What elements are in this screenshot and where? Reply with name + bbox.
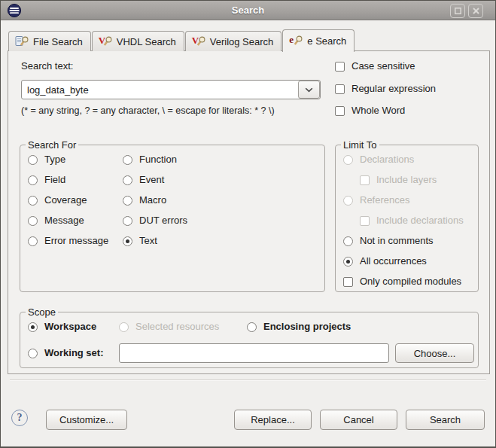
- radio-type[interactable]: Type: [28, 154, 65, 165]
- tab-label: Verilog Search: [210, 36, 274, 47]
- radio-workspace[interactable]: Workspace: [28, 322, 96, 332]
- checkbox-include-declarations: Include declarations: [360, 215, 464, 226]
- maximize-icon: [455, 8, 461, 14]
- tab-verilog-search[interactable]: V Verilog Search: [185, 31, 282, 51]
- checkbox-box: [335, 62, 345, 72]
- radio-circle: [119, 322, 129, 332]
- checkbox-box: [360, 175, 370, 185]
- search-dialog: Search File Search V: [0, 0, 496, 448]
- checkbox-include-layers: Include layers: [360, 175, 437, 185]
- radio-circle: [247, 322, 257, 332]
- window-title: Search: [1, 5, 495, 16]
- tab-file-search[interactable]: File Search: [8, 31, 91, 51]
- case-sensitive-checkbox[interactable]: Case sensitive: [335, 61, 415, 72]
- radio-error-message[interactable]: Error message: [28, 236, 108, 246]
- chevron-down-icon: [305, 87, 313, 93]
- choose-button[interactable]: Choose...: [395, 343, 474, 363]
- radio-macro[interactable]: Macro: [123, 195, 166, 206]
- titlebar[interactable]: Search: [1, 1, 495, 20]
- close-icon: [473, 8, 479, 14]
- combo-dropdown-button[interactable]: [298, 81, 320, 99]
- radio-function[interactable]: Function: [123, 154, 177, 165]
- radio-circle: [123, 155, 132, 165]
- search-for-title: Search For: [26, 139, 78, 151]
- radio-circle: [28, 349, 38, 358]
- regular-expression-checkbox[interactable]: Regular expression: [335, 84, 436, 94]
- radio-declarations: Declarations: [343, 154, 414, 165]
- radio-all-occurrences[interactable]: All occurrences: [343, 256, 427, 267]
- checkbox-box: [335, 84, 345, 94]
- search-text-label: Search text:: [21, 60, 73, 72]
- radio-references: References: [343, 195, 409, 206]
- search-button[interactable]: Search: [406, 410, 485, 430]
- e-search-icon: e: [289, 35, 303, 47]
- radio-circle: [123, 236, 132, 246]
- radio-message[interactable]: Message: [28, 215, 84, 226]
- checkbox-only-compiled-modules[interactable]: Only compiled modules: [343, 276, 461, 287]
- tab-label: File Search: [33, 36, 83, 47]
- search-text-combo: [21, 80, 321, 99]
- e-search-panel: Search text: (* = any string, ? = any ch…: [8, 50, 490, 374]
- radio-working-set[interactable]: Working set:: [28, 348, 104, 358]
- file-search-icon: [15, 35, 29, 47]
- replace-button[interactable]: Replace...: [234, 410, 312, 430]
- radio-selected-resources: Selected resources: [119, 322, 219, 332]
- radio-dut-errors[interactable]: DUT errors: [123, 215, 187, 226]
- tab-vhdl-search[interactable]: V VHDL Search: [92, 31, 184, 51]
- radio-circle: [343, 196, 353, 206]
- help-button[interactable]: ?: [11, 410, 28, 426]
- eclipse-logo-icon: [7, 3, 22, 18]
- radio-not-in-comments[interactable]: Not in comments: [343, 236, 434, 246]
- vhdl-search-icon: V: [99, 35, 113, 47]
- radio-text[interactable]: Text: [123, 236, 157, 246]
- working-set-input[interactable]: [119, 343, 389, 363]
- radio-circle: [28, 236, 38, 246]
- checkbox-box: [360, 216, 370, 226]
- limit-to-group: Limit To Declarations Include layers Ref…: [335, 145, 479, 292]
- maximize-button[interactable]: [450, 4, 465, 18]
- search-for-group: Search For Type Field Coverage Message E…: [20, 145, 325, 292]
- radio-circle: [123, 175, 132, 185]
- radio-field[interactable]: Field: [28, 175, 65, 185]
- wildcard-hint: (* = any string, ? = any character, \ = …: [21, 105, 275, 116]
- verilog-search-icon: V: [192, 35, 206, 47]
- radio-circle: [28, 216, 38, 226]
- radio-circle: [343, 155, 353, 165]
- radio-circle: [28, 322, 38, 332]
- radio-circle: [123, 196, 132, 206]
- checkbox-box: [343, 277, 353, 287]
- search-text-input[interactable]: [21, 80, 321, 99]
- tab-bar: File Search V VHDL Search V Verilog Sear…: [8, 29, 355, 51]
- checkbox-box: [335, 106, 345, 116]
- radio-circle: [28, 155, 38, 165]
- radio-circle: [343, 257, 353, 267]
- cancel-button[interactable]: Cancel: [320, 410, 397, 430]
- radio-event[interactable]: Event: [123, 175, 164, 185]
- close-button[interactable]: [468, 4, 483, 18]
- tab-e-search[interactable]: e e Search: [282, 29, 355, 52]
- radio-circle: [28, 175, 38, 185]
- radio-circle: [123, 216, 132, 226]
- scope-title: Scope: [26, 306, 58, 318]
- radio-circle: [28, 196, 38, 206]
- limit-to-title: Limit To: [341, 139, 379, 151]
- customize-button[interactable]: Customize...: [46, 410, 127, 430]
- whole-word-checkbox[interactable]: Whole Word: [335, 105, 405, 116]
- radio-enclosing-projects[interactable]: Enclosing projects: [247, 322, 351, 332]
- tab-label: VHDL Search: [117, 36, 176, 47]
- radio-coverage[interactable]: Coverage: [28, 195, 87, 206]
- radio-circle: [343, 236, 353, 246]
- tab-label: e Search: [307, 35, 346, 47]
- footer-divider: [10, 379, 486, 380]
- scope-group: Scope Workspace Selected resources Enclo…: [20, 312, 479, 368]
